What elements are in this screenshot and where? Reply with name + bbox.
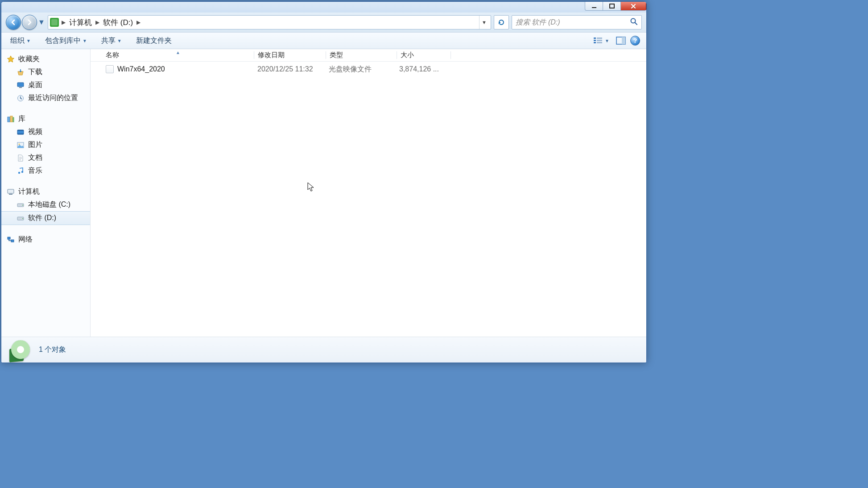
sidebar-item-documents[interactable]: 文档	[1, 151, 90, 164]
sidebar-item-label: 视频	[28, 127, 42, 137]
desktop-icon	[17, 81, 25, 89]
search-box[interactable]	[512, 15, 642, 29]
column-header-date[interactable]: 修改日期	[254, 51, 326, 59]
navigation-pane: 收藏夹 下载 桌面 最近访问的位置	[1, 49, 91, 337]
svg-rect-7	[594, 42, 596, 43]
sidebar-label: 网络	[18, 235, 33, 244]
file-date: 2020/12/25 11:32	[254, 65, 325, 73]
video-icon	[17, 128, 25, 136]
column-header-size[interactable]: 大小	[397, 51, 451, 59]
sidebar-item-drive-c[interactable]: 本地磁盘 (C:)	[1, 198, 90, 211]
sidebar-group-computer: 计算机 本地磁盘 (C:) 软件 (D:)	[1, 185, 90, 225]
sidebar-head-libraries[interactable]: 库	[1, 113, 90, 125]
svg-rect-8	[597, 42, 602, 43]
music-icon	[17, 167, 25, 175]
sidebar-item-drive-d[interactable]: 软件 (D:)	[1, 211, 90, 225]
column-label: 名称	[106, 51, 119, 58]
titlebar	[1, 2, 646, 13]
sidebar-item-label: 软件 (D:)	[28, 213, 56, 223]
recent-icon	[17, 94, 25, 102]
search-input[interactable]	[516, 18, 630, 26]
chevron-down-icon: ▼	[117, 38, 122, 43]
sidebar-head-favorites[interactable]: 收藏夹	[1, 53, 90, 66]
file-row[interactable]: Win7x64_20202020/12/25 11:32光盘映像文件3,874,…	[91, 62, 646, 77]
svg-point-21	[19, 143, 20, 145]
search-icon	[630, 17, 638, 27]
svg-rect-25	[9, 194, 12, 195]
svg-rect-0	[592, 7, 596, 8]
file-name: Win7x64_2020	[117, 65, 165, 73]
breadcrumb-current[interactable]: 软件 (D:)	[100, 16, 136, 29]
file-type: 光盘映像文件	[325, 65, 396, 74]
back-button[interactable]	[6, 15, 21, 30]
sidebar-label: 计算机	[18, 187, 40, 196]
sidebar-item-label: 图片	[28, 140, 42, 150]
organize-menu[interactable]: 组织 ▼	[8, 34, 33, 47]
maximize-button[interactable]	[603, 2, 620, 11]
sidebar-item-pictures[interactable]: 图片	[1, 138, 90, 151]
column-header-type[interactable]: 类型	[326, 51, 397, 59]
sidebar-item-music[interactable]: 音乐	[1, 164, 90, 177]
refresh-button[interactable]	[494, 15, 509, 29]
forward-button[interactable]	[22, 15, 37, 30]
column-headers: ▲ 名称 修改日期 类型 大小	[91, 49, 646, 62]
download-icon	[17, 68, 25, 76]
chevron-down-icon: ▼	[26, 38, 31, 43]
svg-rect-24	[8, 189, 14, 193]
drive-icon	[17, 201, 25, 209]
preview-pane-button[interactable]	[616, 37, 626, 45]
sidebar-item-downloads[interactable]: 下载	[1, 66, 90, 79]
empty-area[interactable]	[91, 77, 646, 337]
address-bar[interactable]: ▶ 计算机 ▶ 软件 (D:) ▶ ▼	[48, 15, 491, 29]
include-label: 包含到库中	[45, 36, 81, 46]
sidebar-item-label: 下载	[28, 67, 42, 77]
svg-point-22	[18, 171, 20, 173]
breadcrumb-root[interactable]: 计算机	[66, 16, 95, 29]
sidebar-item-recent[interactable]: 最近访问的位置	[1, 92, 90, 104]
share-label: 共享	[101, 36, 116, 46]
column-header-name[interactable]: ▲ 名称	[102, 51, 254, 59]
sidebar-item-label: 音乐	[28, 166, 42, 175]
include-menu[interactable]: 包含到库中 ▼	[42, 34, 90, 47]
file-rows: Win7x64_20202020/12/25 11:32光盘映像文件3,874,…	[91, 62, 646, 77]
organize-label: 组织	[10, 36, 25, 46]
new-folder-button[interactable]: 新建文件夹	[133, 34, 174, 47]
drive-icon	[17, 214, 25, 222]
window-controls	[585, 2, 646, 11]
navigation-bar: ▼ ▶ 计算机 ▶ 软件 (D:) ▶ ▼	[1, 13, 646, 32]
history-dropdown[interactable]: ▼	[38, 18, 45, 26]
iso-file-icon	[106, 65, 114, 73]
sidebar-item-label: 桌面	[28, 80, 42, 90]
breadcrumb-sep-icon: ▶	[95, 19, 100, 25]
view-mode-button[interactable]: ▼	[593, 36, 612, 45]
sidebar-head-computer[interactable]: 计算机	[1, 185, 90, 198]
libraries-icon	[7, 115, 15, 123]
svg-rect-11	[17, 83, 24, 87]
share-menu[interactable]: 共享 ▼	[99, 34, 124, 47]
file-list-pane: ▲ 名称 修改日期 类型 大小 Win7x64_20202020/12/25 1…	[91, 49, 646, 337]
computer-icon	[7, 188, 15, 196]
sidebar-item-videos[interactable]: 视频	[1, 125, 90, 138]
svg-rect-12	[19, 87, 22, 88]
svg-point-23	[21, 171, 23, 172]
svg-rect-6	[597, 40, 602, 41]
sidebar-group-network: 网络	[1, 233, 90, 246]
sidebar-label: 收藏夹	[18, 54, 40, 64]
location-icon	[50, 18, 59, 27]
details-count: 1 个对象	[39, 345, 66, 355]
sidebar-head-network[interactable]: 网络	[1, 233, 90, 246]
minimize-button[interactable]	[585, 2, 603, 11]
svg-rect-18	[17, 130, 24, 131]
svg-point-29	[22, 218, 23, 219]
breadcrumb-sep-icon: ▶	[136, 19, 141, 25]
sidebar-item-label: 最近访问的位置	[28, 93, 78, 103]
address-dropdown[interactable]: ▼	[479, 16, 489, 29]
svg-rect-16	[13, 117, 14, 122]
svg-rect-5	[594, 40, 596, 41]
chevron-down-icon: ▼	[603, 38, 611, 43]
cursor-icon	[307, 182, 315, 192]
close-button[interactable]	[620, 2, 646, 11]
help-button[interactable]: ?	[630, 36, 640, 46]
sidebar-item-desktop[interactable]: 桌面	[1, 79, 90, 92]
svg-rect-3	[594, 38, 596, 39]
